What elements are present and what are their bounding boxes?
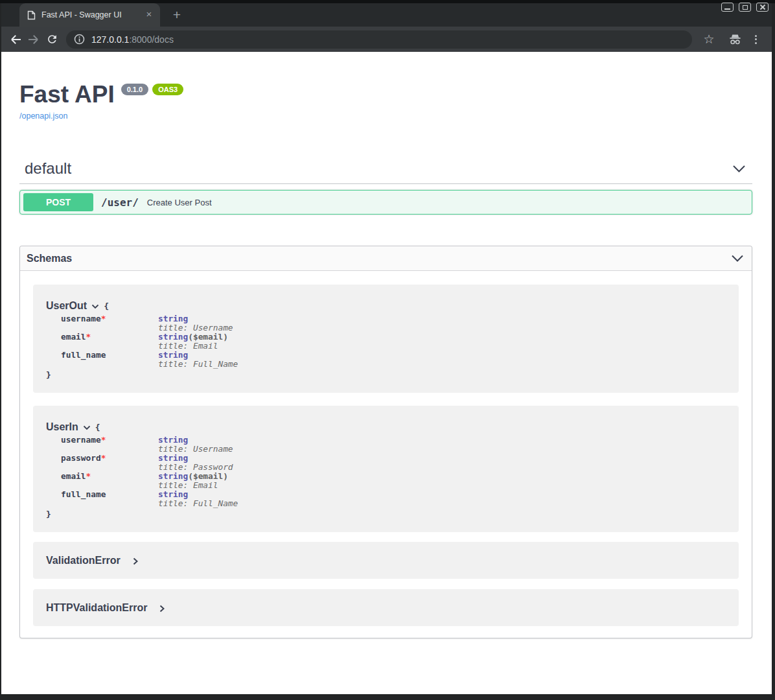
property-type: string	[158, 435, 188, 445]
page-content: Fast API 0.1.0 OAS3 /openapi.json defaul…	[1, 52, 772, 694]
api-info-section: Fast API 0.1.0 OAS3 /openapi.json	[19, 82, 752, 121]
new-tab-button[interactable]: +	[168, 7, 185, 24]
model-userin: UserIn { username* string title: Usernam…	[33, 406, 739, 532]
browser-tab[interactable]: Fast API - Swagger UI ×	[19, 3, 160, 27]
maximize-icon	[743, 5, 748, 10]
menu-kebab-icon[interactable]	[752, 32, 759, 47]
required-star: *	[86, 471, 91, 481]
property-title: title: Password	[158, 463, 726, 472]
tab-title: Fast API - Swagger UI	[41, 10, 143, 19]
model-properties: username* string title: Username passwor…	[61, 436, 726, 508]
method-badge: POST	[23, 193, 93, 211]
tab-strip: Fast API - Swagger UI × +	[1, 3, 772, 27]
property-name: username	[61, 314, 101, 323]
property-type: string	[158, 332, 188, 342]
url-host: 127.0.0.1	[91, 34, 129, 45]
model-properties: username* string title: Username email* …	[61, 314, 726, 369]
forward-button[interactable]	[25, 30, 43, 49]
site-info-icon[interactable]	[74, 34, 85, 45]
tab-close-icon[interactable]: ×	[143, 9, 155, 21]
required-star: *	[101, 435, 106, 445]
operation-summary: Create User Post	[147, 198, 212, 207]
property-row: email* string($email) title: Email	[61, 332, 726, 351]
api-title: Fast API	[19, 82, 115, 108]
tag-section-default[interactable]: default	[19, 159, 752, 184]
bookmark-button[interactable]: ☆	[700, 30, 718, 49]
property-row: full_name string title: Full_Name	[61, 490, 726, 508]
chevron-down-icon	[91, 304, 99, 309]
chevron-right-icon	[159, 605, 165, 612]
window-controls	[721, 3, 769, 12]
reload-button[interactable]	[43, 30, 61, 49]
property-title: title: Email	[158, 342, 726, 351]
model-userin-toggle[interactable]: UserIn {	[46, 421, 726, 433]
schemas-header[interactable]: Schemas	[20, 246, 752, 271]
address-bar[interactable]: 127.0.0.1:8000/docs	[66, 30, 692, 49]
model-httpvalidationerror[interactable]: HTTPValidationError	[33, 589, 739, 626]
property-name: username	[61, 435, 101, 445]
required-star: *	[101, 314, 106, 323]
browser-toolbar: 127.0.0.1:8000/docs ☆	[1, 27, 772, 52]
back-arrow-icon	[9, 33, 22, 46]
property-row: full_name string title: Full_Name	[61, 351, 726, 369]
property-type: string	[158, 489, 188, 499]
chevron-down-icon	[732, 165, 746, 173]
property-format: ($email)	[188, 471, 228, 481]
property-title: title: Email	[158, 481, 726, 490]
property-type: string	[158, 471, 188, 481]
property-title: title: Username	[158, 323, 726, 332]
schemas-title: Schemas	[27, 253, 72, 264]
back-button[interactable]	[6, 30, 25, 49]
property-name: full_name	[61, 350, 106, 360]
forward-arrow-icon	[27, 33, 40, 46]
openapi-spec-link[interactable]: /openapi.json	[19, 111, 67, 121]
url-text: 127.0.0.1:8000/docs	[91, 34, 174, 45]
operation-path: /user/	[101, 196, 139, 209]
toolbar-right-icons: ☆	[700, 30, 759, 49]
model-name: ValidationError	[46, 555, 121, 566]
oas3-badge: OAS3	[152, 84, 183, 95]
property-name: password	[61, 453, 101, 463]
close-brace: }	[46, 370, 726, 380]
reload-icon	[46, 33, 58, 45]
incognito-icon[interactable]	[728, 34, 742, 45]
property-row: username* string title: Username	[61, 436, 726, 454]
property-row: username* string title: Username	[61, 314, 726, 332]
property-title: title: Full_Name	[158, 499, 726, 508]
model-name: UserIn	[46, 421, 78, 433]
model-validationerror[interactable]: ValidationError	[33, 542, 739, 579]
page-file-icon	[27, 10, 36, 20]
property-title: title: Full_Name	[158, 360, 726, 369]
property-row: email* string($email) title: Email	[61, 472, 726, 490]
chevron-down-icon	[731, 255, 744, 262]
model-name: HTTPValidationError	[46, 602, 147, 613]
property-type: string	[158, 350, 188, 360]
bookmark-star-icon: ☆	[703, 33, 714, 45]
chevron-down-icon	[83, 425, 91, 430]
maximize-button[interactable]	[739, 3, 751, 12]
required-star: *	[86, 332, 91, 342]
version-badge: 0.1.0	[121, 84, 148, 95]
model-name: UserOut	[46, 300, 87, 312]
model-userout: UserOut { username* string title: Userna…	[33, 285, 739, 393]
minimize-button[interactable]	[721, 3, 734, 12]
property-name: email	[61, 471, 86, 481]
property-name: email	[61, 332, 86, 342]
close-icon	[759, 4, 766, 10]
open-brace: {	[104, 301, 109, 311]
schemas-body: UserOut { username* string title: Userna…	[20, 271, 752, 638]
minimize-icon	[724, 8, 730, 10]
property-type: string	[158, 453, 188, 463]
url-path: :8000/docs	[129, 34, 174, 45]
property-row: password* string title: Password	[61, 454, 726, 472]
property-type: string	[158, 314, 188, 323]
property-title: title: Username	[158, 445, 726, 454]
operation-post-user[interactable]: POST /user/ Create User Post	[19, 190, 752, 215]
open-brace: {	[95, 423, 100, 432]
tag-name: default	[25, 159, 71, 178]
property-name: full_name	[61, 489, 106, 499]
browser-window: Fast API - Swagger UI × + 127.0.0.1:8000…	[0, 0, 775, 700]
close-button[interactable]	[756, 3, 769, 12]
chevron-right-icon	[133, 557, 138, 565]
model-userout-toggle[interactable]: UserOut {	[46, 300, 726, 312]
